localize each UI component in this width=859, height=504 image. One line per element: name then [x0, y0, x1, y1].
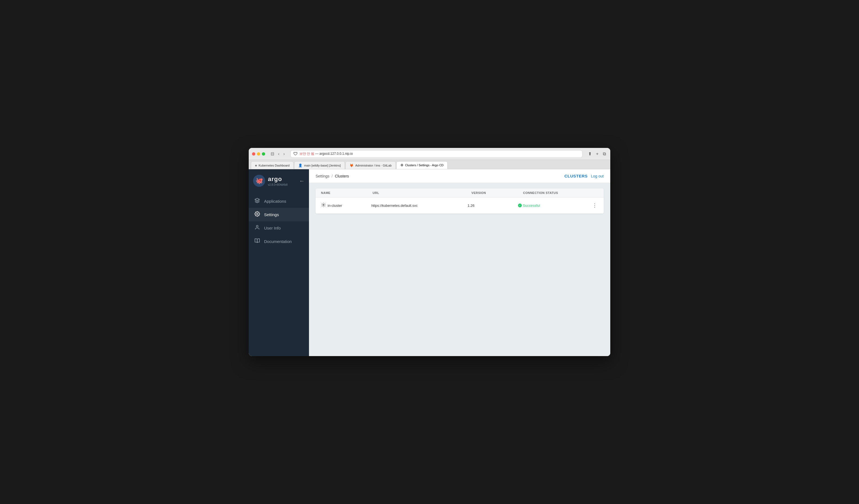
- sidebar-item-documentation[interactable]: Documentation: [249, 235, 309, 248]
- new-tab-button[interactable]: +: [595, 150, 600, 157]
- logo-name: argo: [268, 175, 296, 183]
- tab-k8s[interactable]: ⎈ Kubernetes Dashboard: [251, 161, 293, 169]
- address-separator: —: [315, 152, 319, 156]
- sidebar-item-applications[interactable]: Applications: [249, 195, 309, 208]
- main-content: Settings / Clusters CLUSTERS Log out NAM…: [309, 169, 610, 356]
- breadcrumb-separator: /: [332, 174, 333, 178]
- browser-controls: ⊟ ‹ ›: [270, 151, 286, 157]
- page-title: CLUSTERS: [564, 174, 588, 178]
- browser-actions: ⬆ + ⧉: [587, 150, 607, 157]
- settings-icon: [254, 211, 260, 218]
- sidebar: 🐙 argo v2.8.0+804d4b8 ← Ap: [249, 169, 309, 356]
- address-bar[interactable]: 🛡 보안 안 됨 — argocd.127.0.0.1.nip.io: [290, 150, 583, 158]
- cluster-version: 1.26: [468, 203, 474, 208]
- cluster-actions-cell: ⋮: [591, 201, 598, 210]
- cluster-connection-status-cell: ✓ Successful: [518, 203, 587, 208]
- column-header-name: NAME: [321, 191, 368, 195]
- sidebar-nav: Applications Settings: [249, 192, 309, 356]
- tab-jenkins-favicon: 👤: [298, 164, 302, 167]
- cluster-name: in-cluster: [328, 203, 342, 208]
- cluster-name-cell: in-cluster: [321, 202, 367, 209]
- tab-gitlab[interactable]: 🦊 Administrator / lms · GitLab: [345, 161, 396, 169]
- status-success-icon: ✓: [518, 203, 522, 207]
- tab-argo[interactable]: ⚙ Clusters / Settings - Argo CD: [396, 161, 448, 169]
- minimize-button[interactable]: [257, 152, 260, 156]
- close-button[interactable]: [252, 152, 255, 156]
- logo-avatar: 🐙: [253, 175, 265, 187]
- browser-tabs: ⎈ Kubernetes Dashboard 👤 main [wildly-ba…: [249, 160, 610, 169]
- security-label: 보안 안 됨: [299, 152, 314, 156]
- clusters-table: NAME URL VERSION CONNECTION STATUS: [316, 188, 604, 214]
- sidebar-item-user-info-label: User Info: [264, 226, 281, 230]
- cluster-url: https://kubernetes.default.svc: [372, 203, 418, 208]
- logo-version: v2.8.0+804d4b8: [268, 183, 296, 186]
- person-icon: [254, 225, 260, 231]
- cluster-icon: [321, 202, 326, 209]
- tab-jenkins[interactable]: 👤 main [wildly-base] [Jenkins]: [294, 161, 345, 169]
- table-row: in-cluster https://kubernetes.default.sv…: [316, 198, 604, 214]
- column-header-url: URL: [373, 191, 467, 195]
- sidebar-button[interactable]: ⧉: [602, 150, 607, 157]
- forward-button[interactable]: ›: [282, 151, 286, 157]
- content-header: Settings / Clusters CLUSTERS Log out: [309, 169, 610, 183]
- breadcrumb: Settings / Clusters: [316, 174, 349, 183]
- tab-argo-favicon: ⚙: [401, 163, 404, 167]
- logo-text: argo v2.8.0+804d4b8: [268, 175, 296, 186]
- sidebar-item-settings-label: Settings: [264, 212, 279, 217]
- tab-gitlab-favicon: 🦊: [349, 164, 353, 167]
- traffic-lights: [252, 152, 265, 156]
- book-icon: [254, 238, 260, 245]
- back-button[interactable]: ‹: [277, 151, 281, 157]
- tab-jenkins-label: main [wildly-base] [Jenkins]: [304, 164, 341, 167]
- svg-point-1: [257, 213, 258, 215]
- tab-k8s-favicon: ⎈: [255, 164, 257, 167]
- tab-gitlab-label: Administrator / lms · GitLab: [355, 164, 392, 167]
- breadcrumb-clusters: Clusters: [335, 174, 349, 178]
- header-actions: CLUSTERS Log out: [564, 174, 604, 183]
- cluster-connection-status: Successful: [523, 203, 540, 208]
- cluster-more-button[interactable]: ⋮: [591, 201, 598, 210]
- share-button[interactable]: ⬆: [587, 150, 593, 157]
- sidebar-logo: 🐙 argo v2.8.0+804d4b8 ←: [249, 169, 309, 192]
- browser-window: ⊟ ‹ › 🛡 보안 안 됨 — argocd.127.0.0.1.nip.io…: [249, 148, 610, 356]
- address-domain: argocd.127.0.0.1.nip.io: [319, 152, 353, 156]
- cluster-version-cell: 1.26: [468, 203, 514, 208]
- layers-icon: [254, 198, 260, 204]
- breadcrumb-settings-link[interactable]: Settings: [316, 174, 330, 178]
- sidebar-back-button[interactable]: ←: [299, 178, 305, 184]
- sidebar-item-settings[interactable]: Settings: [249, 208, 309, 221]
- shield-icon: 🛡: [293, 152, 298, 156]
- svg-point-2: [256, 226, 258, 227]
- table-container: NAME URL VERSION CONNECTION STATUS: [309, 183, 610, 356]
- column-header-version: VERSION: [471, 191, 518, 195]
- sidebar-toggle-button[interactable]: ⊟: [270, 151, 275, 157]
- maximize-button[interactable]: [262, 152, 265, 156]
- svg-marker-0: [255, 198, 260, 200]
- table-header: NAME URL VERSION CONNECTION STATUS: [316, 188, 604, 198]
- sidebar-item-documentation-label: Documentation: [264, 239, 292, 244]
- tab-k8s-label: Kubernetes Dashboard: [259, 164, 289, 167]
- svg-point-3: [323, 204, 324, 206]
- sidebar-item-applications-label: Applications: [264, 199, 286, 203]
- cluster-url-cell: https://kubernetes.default.svc: [372, 203, 463, 208]
- app-container: 🐙 argo v2.8.0+804d4b8 ← Ap: [249, 169, 610, 356]
- tab-argo-label: Clusters / Settings - Argo CD: [405, 164, 444, 167]
- sidebar-item-user-info[interactable]: User Info: [249, 221, 309, 235]
- address-text: 보안 안 됨 — argocd.127.0.0.1.nip.io: [299, 152, 353, 156]
- logout-button[interactable]: Log out: [591, 174, 604, 178]
- column-header-connection-status: CONNECTION STATUS: [523, 191, 594, 195]
- browser-titlebar: ⊟ ‹ › 🛡 보안 안 됨 — argocd.127.0.0.1.nip.io…: [249, 148, 610, 160]
